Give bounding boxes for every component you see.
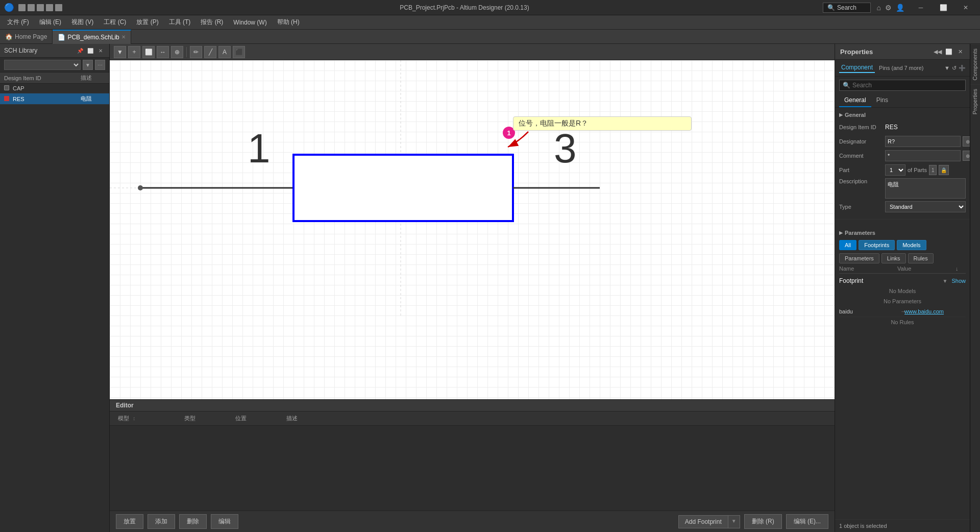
part-count-value: 1 xyxy=(929,165,937,175)
menu-window[interactable]: Window (W) xyxy=(228,17,272,28)
left-panel-float-btn[interactable]: ⬜ xyxy=(86,46,95,55)
tab-close-icon[interactable]: ✕ xyxy=(121,34,126,40)
comment-label: Comment xyxy=(839,153,885,159)
edit-btn[interactable]: 编辑 xyxy=(211,514,238,529)
left-panel-close-btn[interactable]: ✕ xyxy=(96,46,105,55)
props-pin-btn[interactable]: ◀◀ xyxy=(933,47,942,56)
design-item-id-value: RES xyxy=(885,124,966,131)
menu-view[interactable]: 视图 (V) xyxy=(66,16,99,29)
select-tool-btn[interactable]: ⬜ xyxy=(142,46,155,58)
table-row[interactable]: CAP xyxy=(0,84,109,93)
comment-sync-btn[interactable]: ⊕ xyxy=(963,151,970,161)
move-tool-btn[interactable]: ↔ xyxy=(157,46,169,58)
menu-help[interactable]: 帮助 (H) xyxy=(272,16,305,29)
menu-tools[interactable]: 工具 (T) xyxy=(164,16,196,29)
col-desc-header: 描述 xyxy=(284,414,828,423)
toolbar-btn-4[interactable] xyxy=(46,4,53,11)
add-footprint-main-btn[interactable]: Add Footprint xyxy=(678,515,728,528)
part-select[interactable]: 1 xyxy=(885,164,905,176)
close-button[interactable]: ✕ xyxy=(955,0,976,15)
titlebar-search[interactable]: 🔍 Search xyxy=(823,3,871,13)
zoom-tool-btn[interactable]: ⊕ xyxy=(171,46,183,58)
line-tool-btn[interactable]: ╱ xyxy=(204,46,216,58)
tab-parameters[interactable]: Parameters xyxy=(839,253,879,263)
add-footprint-dropdown-btn[interactable]: ▼ xyxy=(728,515,740,528)
search-icon: 🔍 xyxy=(827,4,835,11)
designator-row: Designator ⊕ 🔒 xyxy=(839,135,966,148)
add-tool-btn[interactable]: ＋ xyxy=(128,46,140,58)
remove-btn[interactable]: 删除 (R) xyxy=(744,514,782,529)
props-close-btn[interactable]: ✕ xyxy=(955,47,965,56)
toolbar-btn-1[interactable] xyxy=(18,4,26,11)
props-float-btn[interactable]: ⬜ xyxy=(944,47,953,56)
type-select[interactable]: Standard Mechanical Graphical Net Tie (I… xyxy=(885,201,966,212)
tab-pcb-demo[interactable]: 📄 PCB_demo.SchLib ✕ xyxy=(53,30,131,44)
left-panel-header: SCH Library 📌 ⬜ ✕ xyxy=(0,44,109,58)
maximize-button[interactable]: ⬜ xyxy=(933,0,953,15)
designator-sync-btn[interactable]: ⊕ xyxy=(963,136,970,147)
tab-pins-sub[interactable]: Pins xyxy=(871,94,893,107)
lib-item-cap-desc xyxy=(77,84,109,93)
comment-input[interactable] xyxy=(885,150,961,161)
text-tool-btn[interactable]: A xyxy=(218,46,231,58)
toolbar-btn-2[interactable] xyxy=(28,4,35,11)
menu-reports[interactable]: 报告 (R) xyxy=(195,16,228,29)
draw-tool-btn[interactable]: ✏ xyxy=(190,46,202,58)
add-icon-btn[interactable]: ➕ xyxy=(959,65,966,71)
left-panel-pin-btn[interactable]: 📌 xyxy=(76,46,85,55)
tab-rules[interactable]: Rules xyxy=(908,253,934,263)
filter-icon-btn[interactable]: ▼ xyxy=(944,65,950,71)
tabbar: 🏠 Home Page 📄 PCB_demo.SchLib ✕ xyxy=(0,30,980,44)
tab-all[interactable]: All xyxy=(839,240,856,250)
delete-btn[interactable]: 删除 xyxy=(179,514,207,529)
baidu-value[interactable]: www.baidu.com xyxy=(904,308,966,315)
more-options-btn[interactable]: ⋯ xyxy=(95,60,105,70)
add-btn[interactable]: 添加 xyxy=(148,514,175,529)
table-row[interactable]: RES 电阻 xyxy=(0,93,109,105)
designator-input[interactable] xyxy=(885,136,961,147)
props-component-tabs: Component Pins (and 7 more) ▼ ↺ ➕ xyxy=(835,60,970,77)
params-list-header: Name Value ↓ xyxy=(839,265,966,274)
section-arrow-icon: ▶ xyxy=(839,112,843,117)
footprint-dropdown-icon[interactable]: ▼ xyxy=(943,278,948,284)
menu-place[interactable]: 放置 (P) xyxy=(131,16,163,29)
props-search[interactable]: 🔍 xyxy=(839,80,966,91)
user-icon[interactable]: 👤 xyxy=(896,4,904,12)
props-search-input[interactable] xyxy=(852,82,962,89)
gear-icon[interactable]: ⚙ xyxy=(885,4,892,12)
svg-point-4 xyxy=(138,185,143,190)
tab-models[interactable]: Models xyxy=(897,240,926,250)
menu-file[interactable]: 文件 (F) xyxy=(2,16,34,29)
tab-pins-extra[interactable]: Pins (and 7 more) xyxy=(879,65,923,71)
description-input[interactable] xyxy=(885,178,966,199)
toolbar-btn-5[interactable] xyxy=(55,4,62,11)
tab-links[interactable]: Links xyxy=(881,253,906,263)
component-tool-btn[interactable]: ⬛ xyxy=(233,46,245,58)
tab-component[interactable]: Component xyxy=(839,63,875,73)
filter-tool-btn[interactable]: ▼ xyxy=(114,46,126,58)
menu-project[interactable]: 工程 (C) xyxy=(99,16,131,29)
component-filter-select[interactable] xyxy=(4,60,81,70)
home-icon[interactable]: ⌂ xyxy=(877,4,881,12)
toolbar-btn-3[interactable] xyxy=(37,4,44,11)
vertical-tab-components[interactable]: Components xyxy=(970,44,980,84)
tab-footprints[interactable]: Footprints xyxy=(859,240,895,250)
minimize-button[interactable]: ─ xyxy=(911,0,931,15)
toolbar-separator xyxy=(186,47,187,57)
parameters-section: ▶ Parameters All Footprints Models Param… xyxy=(835,228,970,327)
lib-item-res: RES xyxy=(13,96,24,102)
props-spacer xyxy=(835,327,970,519)
footprint-show-btn[interactable]: Show xyxy=(951,278,966,284)
no-models-text: No Models xyxy=(839,286,966,296)
part-lock-btn[interactable]: 🔒 xyxy=(939,165,949,175)
vertical-tab-properties[interactable]: Properties xyxy=(970,84,980,118)
tab-home[interactable]: 🏠 Home Page xyxy=(0,30,53,44)
refresh-icon-btn[interactable]: ↺ xyxy=(952,65,957,71)
filter-btn[interactable]: ▼ xyxy=(83,60,93,70)
tab-general[interactable]: General xyxy=(839,94,871,107)
tooltip-text: 位号，电阻一般是R？ xyxy=(519,119,588,127)
edit2-btn[interactable]: 编辑 (E)... xyxy=(786,514,828,529)
schematic-canvas[interactable]: 1 位号，电阻一般是R？ xyxy=(110,60,835,399)
place-btn[interactable]: 放置 xyxy=(116,514,143,529)
menu-edit[interactable]: 编辑 (E) xyxy=(34,16,66,29)
